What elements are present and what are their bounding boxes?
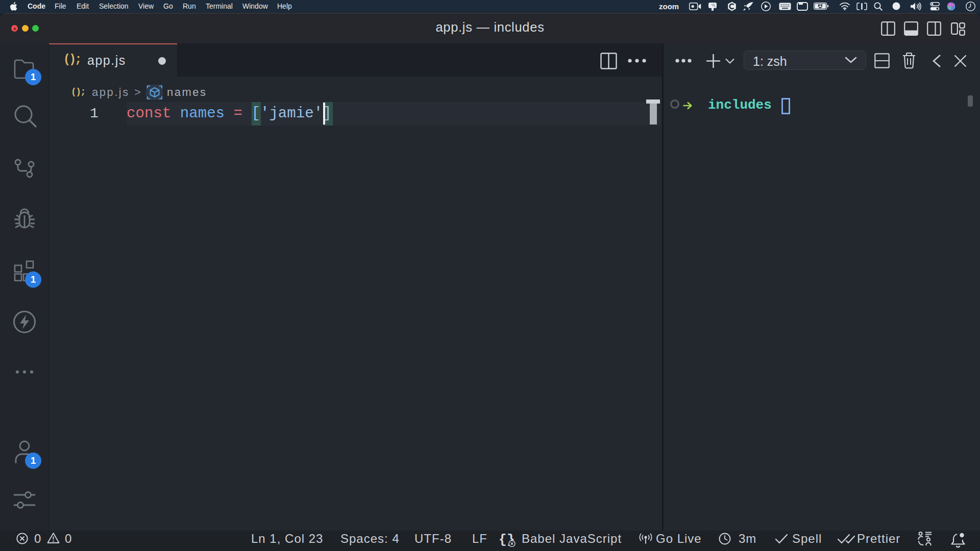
svg-text:{: { bbox=[499, 532, 507, 547]
